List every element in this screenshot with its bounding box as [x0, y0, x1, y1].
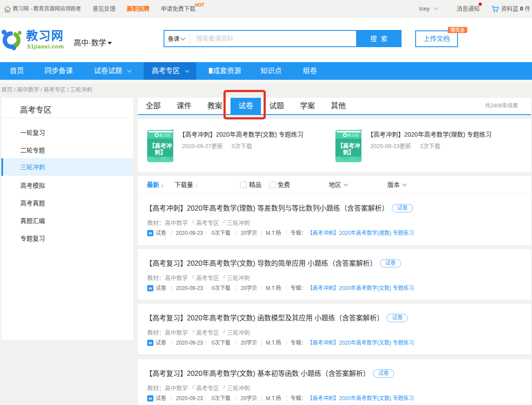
svg-text:刺】: 刺】	[155, 149, 166, 156]
svg-text:刺】: 刺】	[343, 149, 354, 156]
svg-text:【高考冲: 【高考冲	[149, 142, 172, 149]
svg-text:教习网: 教习网	[347, 133, 359, 137]
svg-text:教习网: 教习网	[159, 133, 171, 137]
svg-text:【高考冲: 【高考冲	[337, 142, 360, 149]
